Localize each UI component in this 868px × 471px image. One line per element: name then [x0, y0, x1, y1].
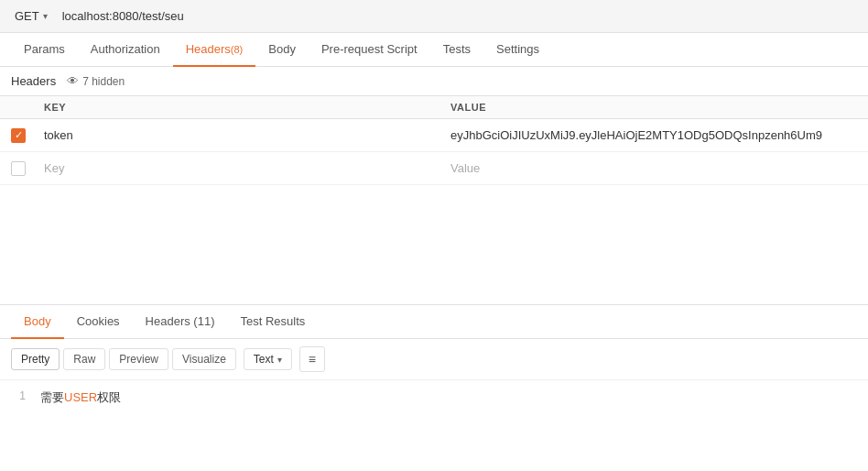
table-header: KEY VALUE	[0, 96, 868, 119]
empty-row-checkbox[interactable]	[11, 161, 33, 176]
response-tab-cookies[interactable]: Cookies	[64, 305, 133, 339]
url-bar: GET ▾	[0, 0, 868, 33]
hidden-count: 7 hidden	[82, 75, 125, 88]
headers-section-label: Headers	[11, 74, 56, 88]
response-body: 1 需要USER权限	[0, 380, 868, 415]
response-tab-testresults[interactable]: Test Results	[227, 305, 318, 339]
tab-authorization[interactable]: Authorization	[78, 33, 173, 67]
row-key-cell[interactable]: token	[44, 121, 450, 149]
format-type-dropdown[interactable]: Text ▾	[244, 348, 292, 370]
format-btn-raw[interactable]: Raw	[63, 348, 105, 370]
format-bar: Pretty Raw Preview Visualize Text ▾ ≡	[0, 339, 868, 380]
method-select[interactable]: GET ▾	[11, 7, 51, 25]
method-chevron: ▾	[43, 11, 48, 21]
eye-icon: 👁	[67, 74, 79, 88]
filter-icon-button[interactable]: ≡	[299, 346, 325, 372]
row-value-cell: eyJhbGciOiJIUzUxMiJ9.eyJleHAiOjE2MTY1ODg…	[450, 121, 857, 149]
line-keyword: USER	[64, 390, 97, 404]
method-label: GET	[15, 9, 39, 23]
format-dropdown-label: Text	[254, 353, 274, 366]
format-btn-pretty[interactable]: Pretty	[11, 348, 60, 370]
tab-params[interactable]: Params	[11, 33, 78, 67]
hidden-badge: 👁 7 hidden	[67, 74, 125, 88]
tab-tests[interactable]: Tests	[430, 33, 483, 67]
response-tab-headers[interactable]: Headers (11)	[133, 305, 228, 339]
line-text-before: 需要	[40, 390, 64, 404]
url-input[interactable]	[59, 7, 857, 25]
checkbox-checked[interactable]	[11, 128, 26, 143]
col-header-value: VALUE	[450, 102, 857, 113]
response-tabs: Body Cookies Headers (11) Test Results	[0, 304, 868, 339]
empty-value-cell[interactable]: Value	[450, 154, 857, 182]
col-header-key: KEY	[11, 102, 450, 113]
format-dropdown-chevron: ▾	[277, 355, 282, 365]
tab-prerequest[interactable]: Pre-request Script	[309, 33, 430, 67]
table-row: token eyJhbGciOiJIUzUxMiJ9.eyJleHAiOjE2M…	[0, 119, 868, 152]
line-content-1: 需要USER权限	[40, 389, 121, 406]
format-btn-preview[interactable]: Preview	[109, 348, 168, 370]
tab-settings[interactable]: Settings	[483, 33, 552, 67]
response-line-1: 1 需要USER权限	[11, 389, 857, 406]
tab-headers[interactable]: Headers(8)	[173, 33, 256, 67]
response-tab-body[interactable]: Body	[11, 305, 64, 339]
format-btn-visualize[interactable]: Visualize	[172, 348, 236, 370]
line-text-after: 权限	[97, 390, 121, 404]
table-row-empty: Key Value	[0, 152, 868, 185]
top-nav-tabs: Params Authorization Headers(8) Body Pre…	[0, 33, 868, 67]
headers-section: Headers 👁 7 hidden	[0, 67, 868, 96]
filter-icon: ≡	[309, 352, 316, 367]
checkbox-unchecked[interactable]	[11, 161, 26, 176]
line-number-1: 1	[11, 389, 26, 406]
tab-body[interactable]: Body	[255, 33, 309, 67]
empty-key-cell[interactable]: Key	[44, 154, 450, 182]
content-area	[0, 185, 868, 304]
row-checkbox[interactable]	[11, 127, 33, 143]
